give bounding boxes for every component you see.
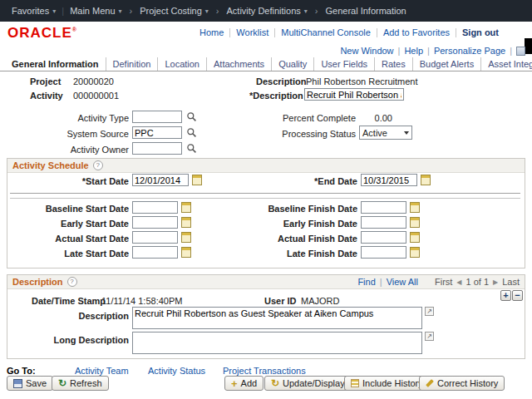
breadcrumb-general-information[interactable]: General Information — [320, 6, 411, 16]
processing-status-value: Active — [362, 128, 387, 138]
save-button[interactable]: Save — [7, 376, 53, 391]
tab-general-information[interactable]: General Information — [5, 57, 106, 71]
tab-budget-alerts[interactable]: Budget Alerts — [413, 57, 481, 71]
end-date-input[interactable] — [361, 174, 417, 186]
help-icon[interactable]: ? — [93, 160, 103, 170]
calendar-icon[interactable] — [181, 247, 191, 258]
include-history-button[interactable]: Include History — [344, 376, 430, 391]
first-label: First — [435, 277, 452, 287]
processing-status-select[interactable]: Active — [359, 126, 412, 140]
update-display-button[interactable]: ↻ Update/Display — [264, 376, 352, 391]
system-source-input[interactable] — [132, 126, 182, 139]
home-link[interactable]: Home — [200, 27, 224, 37]
refresh-icon: ↻ — [58, 379, 66, 388]
calendar-icon[interactable] — [192, 175, 202, 185]
start-date-input[interactable] — [132, 174, 189, 186]
find-link[interactable]: Find — [357, 277, 375, 287]
actual-start-date-input[interactable] — [132, 231, 178, 244]
favorites-menu[interactable]: Favorites ▾ — [7, 6, 61, 16]
breadcrumb-label: Project Costing — [140, 6, 202, 16]
activity-owner-input[interactable] — [132, 142, 182, 155]
main-menu-label: Main Menu — [70, 6, 115, 16]
actual-start-date-label: Actual Start Date — [25, 234, 129, 244]
calendar-icon[interactable] — [421, 175, 431, 185]
tab-asset-integration-rules[interactable]: Asset Integration Rules — [481, 57, 532, 71]
activity-description-label: *Description — [249, 91, 303, 101]
calendar-icon[interactable] — [410, 202, 420, 213]
calendar-icon[interactable] — [181, 202, 191, 213]
activity-owner-lookup-icon[interactable] — [186, 143, 197, 154]
calendar-icon[interactable] — [181, 232, 191, 243]
breadcrumb-activity-definitions[interactable]: Activity Definitions ▾ — [222, 6, 313, 16]
tab-user-fields[interactable]: User Fields — [314, 57, 375, 71]
datetime-stamp-label: Date/Time Stamp — [32, 296, 106, 306]
breadcrumb-project-costing[interactable]: Project Costing ▾ — [135, 6, 214, 16]
add-button[interactable]: + Add — [224, 376, 264, 391]
actual-finish-date-input[interactable] — [361, 231, 406, 244]
calendar-icon[interactable] — [181, 217, 191, 228]
activity-type-lookup-icon[interactable] — [186, 111, 197, 122]
oracle-logo: ORACLE® — [7, 25, 77, 42]
sign-out-link[interactable]: Sign out — [462, 27, 499, 37]
help-icon[interactable]: ? — [67, 277, 77, 287]
calendar-icon[interactable] — [410, 247, 420, 258]
page-link-icon[interactable] — [516, 47, 525, 56]
tab-attachments[interactable]: Attachments — [207, 57, 272, 71]
last-label: Last — [502, 277, 520, 287]
add-to-favorites-link[interactable]: Add to Favorites — [383, 27, 450, 37]
update-display-label: Update/Display — [283, 378, 345, 388]
save-label: Save — [26, 378, 47, 388]
baseline-start-date-input[interactable] — [132, 201, 178, 214]
multichannel-console-link[interactable]: MultiChannel Console — [281, 27, 371, 37]
late-start-date-input[interactable] — [132, 246, 178, 259]
late-finish-date-label: Late Finish Date — [249, 249, 357, 259]
description-header: Description ? Find | View All First ◀ 1 … — [7, 275, 525, 289]
activity-description-input[interactable] — [304, 88, 404, 101]
delete-row-button[interactable]: − — [512, 290, 523, 301]
percent-complete-value: 0.00 — [357, 113, 392, 123]
long-description-label: Long Description — [50, 335, 129, 345]
correct-history-button[interactable]: Correct History — [419, 376, 505, 391]
expand-textarea-icon[interactable]: ↗ — [425, 307, 434, 316]
help-link[interactable]: Help — [404, 46, 423, 56]
separator: | — [380, 277, 382, 287]
early-start-date-input[interactable] — [132, 216, 178, 229]
new-window-link[interactable]: New Window — [340, 46, 393, 56]
tab-rates[interactable]: Rates — [375, 57, 413, 71]
breadcrumb-arrow-icon: › — [313, 6, 321, 16]
early-finish-date-input[interactable] — [361, 216, 406, 229]
correct-history-label: Correct History — [437, 378, 498, 388]
activity-status-link[interactable]: Activity Status — [148, 366, 205, 376]
calendar-icon[interactable] — [410, 217, 420, 228]
project-transactions-link[interactable]: Project Transactions — [223, 366, 306, 376]
project-description-value: Phil Robertson Recruitment — [306, 76, 418, 86]
refresh-button[interactable]: ↻ Refresh — [52, 376, 109, 391]
system-source-lookup-icon[interactable] — [186, 127, 197, 138]
previous-row-icon[interactable]: ◀ — [456, 278, 461, 286]
tab-location[interactable]: Location — [158, 57, 207, 71]
calendar-icon[interactable] — [410, 232, 420, 243]
view-all-link[interactable]: View All — [387, 277, 418, 287]
breadcrumb-arrow-icon: › — [214, 6, 222, 16]
baseline-start-date-label: Baseline Start Date — [25, 204, 129, 214]
breadcrumb-label: Activity Definitions — [227, 6, 301, 16]
description-textarea[interactable]: Recruit Phil Robertson as Guest Speaker … — [132, 307, 422, 329]
tab-quality[interactable]: Quality — [272, 57, 314, 71]
expand-textarea-icon[interactable]: ↗ — [425, 332, 434, 341]
baseline-finish-date-input[interactable] — [361, 201, 406, 214]
tab-definition[interactable]: Definition — [106, 57, 159, 71]
page-action-bar: New Window | Help | Personalize Page | — [340, 46, 525, 56]
late-finish-date-input[interactable] — [361, 246, 406, 259]
plus-icon: + — [231, 379, 238, 388]
activity-type-input[interactable] — [132, 111, 182, 123]
personalize-page-link[interactable]: Personalize Page — [434, 46, 505, 56]
activity-team-link[interactable]: Activity Team — [75, 366, 129, 376]
long-description-textarea[interactable] — [132, 332, 422, 354]
processing-status-label: Processing Status — [274, 129, 356, 139]
add-row-button[interactable]: + — [500, 290, 511, 301]
header-links: Home Worklist MultiChannel Console Add t… — [200, 27, 499, 37]
next-row-icon[interactable]: ▶ — [493, 278, 498, 286]
worklist-link[interactable]: Worklist — [236, 27, 268, 37]
activity-owner-label: Activity Owner — [46, 145, 129, 155]
main-menu[interactable]: Main Menu ▾ — [65, 6, 126, 16]
